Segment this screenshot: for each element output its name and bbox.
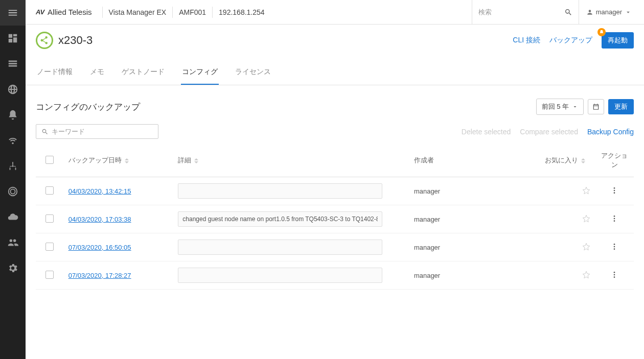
detail-input[interactable]	[178, 211, 382, 227]
col-favorite[interactable]: お気に入り	[530, 144, 595, 177]
nav-hub[interactable]	[0, 153, 26, 179]
tab-memo[interactable]: メモ	[89, 61, 105, 85]
backup-config-link[interactable]: Backup Config	[587, 128, 634, 136]
detail-input[interactable]	[178, 268, 382, 283]
header: AV Allied Telesis Vista Manager EX AMF00…	[26, 0, 644, 25]
tab-license[interactable]: ライセンス	[234, 61, 272, 85]
kebab-icon	[610, 243, 618, 251]
compare-selected-link[interactable]: Compare selected	[520, 128, 578, 136]
creator-cell: manager	[409, 177, 530, 205]
star-icon[interactable]	[582, 271, 590, 279]
cli-connect-link[interactable]: CLI 接続	[513, 36, 540, 45]
sidebar	[0, 0, 26, 290]
bell-small-icon	[599, 30, 604, 35]
tab-guest-node[interactable]: ゲストノード	[121, 61, 166, 85]
update-button[interactable]: 更新	[608, 99, 634, 114]
search-icon	[564, 7, 572, 17]
reboot-badge	[597, 28, 606, 36]
page: x230-3 CLI 接続 バックアップ 再起動 ノード情報 メモ ゲストノード…	[26, 25, 644, 290]
list-icon	[7, 58, 18, 69]
row-checkbox[interactable]	[45, 214, 54, 223]
calendar-icon	[592, 103, 600, 110]
bell-icon	[7, 109, 18, 121]
dashboard-icon	[7, 33, 18, 44]
nav-dashboard[interactable]	[0, 26, 26, 51]
row-menu-button[interactable]	[610, 186, 618, 195]
reboot-button[interactable]: 再起動	[602, 32, 634, 49]
nav-cloud[interactable]	[0, 204, 26, 230]
backup-date-link[interactable]: 04/03/2020, 13:42:15	[68, 187, 131, 195]
nav-bell[interactable]	[0, 102, 26, 128]
brand-text: Allied Telesis	[48, 8, 91, 16]
kebab-icon	[610, 214, 618, 223]
target-icon	[7, 186, 18, 197]
crumb-site: AMF001	[179, 8, 206, 16]
delete-selected-link[interactable]: Delete selected	[462, 128, 511, 136]
person-icon	[586, 9, 593, 16]
star-icon[interactable]	[582, 186, 590, 195]
svg-point-11	[614, 276, 615, 278]
hub-icon	[7, 160, 18, 172]
star-icon[interactable]	[582, 214, 590, 223]
nav-settings[interactable]	[0, 255, 26, 281]
search-input[interactable]	[478, 8, 564, 16]
table-row: 04/03/2020, 17:03:38 manager	[36, 205, 634, 233]
table-row: 04/03/2020, 13:42:15 manager	[36, 177, 634, 205]
row-menu-button[interactable]	[610, 271, 618, 279]
backup-date-link[interactable]: 04/03/2020, 17:03:38	[68, 216, 131, 223]
date-range-button[interactable]: 前回 5 年	[536, 99, 584, 115]
tabs: ノード情報 メモ ゲストノード コンフィグ ライセンス	[26, 61, 644, 85]
config-backup-section: コンフィグのバックアップ 前回 5 年 更新 Delete selected C…	[26, 85, 644, 290]
star-icon[interactable]	[582, 243, 590, 251]
keyword-search[interactable]	[36, 124, 158, 139]
col-date[interactable]: バックアップ日時	[63, 144, 173, 177]
nav-target[interactable]	[0, 179, 26, 204]
svg-point-4	[614, 218, 615, 219]
menu-toggle[interactable]	[0, 0, 26, 26]
calendar-button[interactable]	[588, 99, 604, 114]
search-box[interactable]	[472, 0, 579, 25]
backup-table: バックアップ日時 詳細 作成者 お気に入り アクション 04/03/2020, …	[36, 144, 634, 290]
kebab-icon	[610, 186, 618, 195]
node-icon	[36, 32, 53, 49]
svg-point-6	[614, 244, 615, 245]
row-menu-button[interactable]	[610, 214, 618, 223]
range-label: 前回 5 年	[542, 102, 569, 111]
detail-input[interactable]	[178, 183, 382, 199]
backup-date-link[interactable]: 07/03/2020, 17:28:27	[68, 272, 131, 279]
creator-cell: manager	[409, 233, 530, 261]
creator-cell: manager	[409, 205, 530, 233]
wifi-icon	[7, 135, 18, 146]
row-menu-button[interactable]	[610, 243, 618, 251]
section-title: コンフィグのバックアップ	[36, 101, 140, 113]
col-detail[interactable]: 詳細	[173, 144, 409, 177]
tab-config[interactable]: コンフィグ	[181, 61, 219, 85]
detail-input[interactable]	[178, 240, 382, 255]
reboot-label: 再起動	[608, 36, 628, 44]
svg-point-2	[614, 192, 615, 194]
chevron-down-icon	[625, 9, 632, 16]
select-all-checkbox[interactable]	[45, 156, 54, 164]
table-row: 07/03/2020, 17:28:27 manager	[36, 261, 634, 290]
svg-point-7	[614, 246, 615, 247]
gear-icon	[7, 262, 18, 274]
divider	[102, 7, 103, 18]
tab-node-info[interactable]: ノード情報	[36, 61, 74, 85]
user-menu[interactable]: manager	[579, 8, 639, 16]
nav-list[interactable]	[0, 51, 26, 77]
nav-users[interactable]	[0, 230, 26, 255]
row-checkbox[interactable]	[45, 271, 54, 279]
users-icon	[7, 237, 18, 248]
backup-link[interactable]: バックアップ	[549, 36, 592, 45]
row-checkbox[interactable]	[45, 186, 54, 195]
row-checkbox[interactable]	[45, 243, 54, 251]
svg-point-5	[614, 220, 615, 222]
backup-date-link[interactable]: 07/03/2020, 16:50:05	[68, 244, 131, 251]
brand-mark: AV	[36, 8, 48, 16]
cloud-icon	[7, 211, 18, 223]
table-row: 07/03/2020, 16:50:05 manager	[36, 233, 634, 261]
nav-wifi[interactable]	[0, 128, 26, 153]
keyword-input[interactable]	[52, 128, 153, 135]
nav-globe[interactable]	[0, 77, 26, 102]
share-icon	[40, 36, 49, 45]
